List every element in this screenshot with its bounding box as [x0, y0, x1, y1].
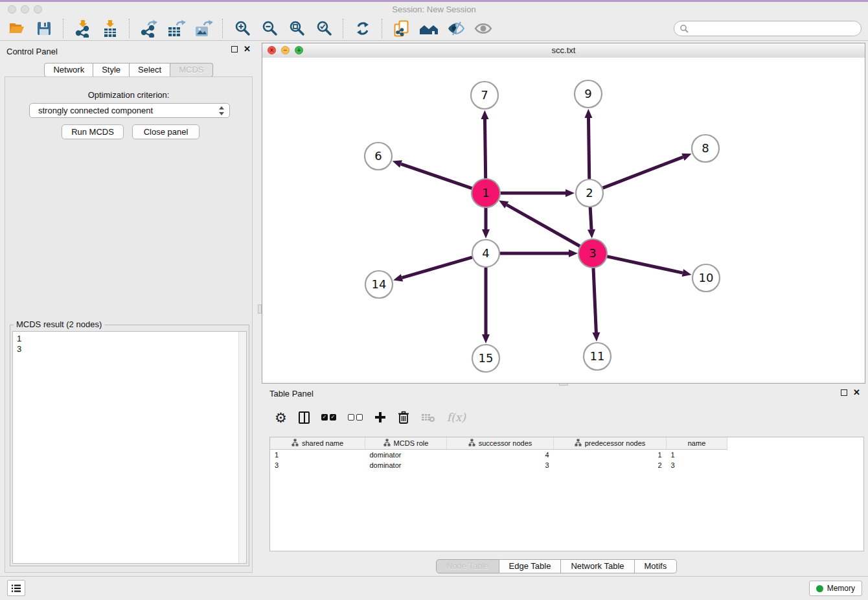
graph-edge[interactable] [507, 205, 580, 246]
tab-node-table[interactable]: Node Table [436, 559, 499, 573]
task-history-button[interactable] [7, 580, 25, 596]
table-panel-title: Table Panel [269, 389, 314, 398]
tab-select[interactable]: Select [130, 63, 170, 77]
network-canvas[interactable]: 1234678910111415 [262, 58, 865, 383]
node-label: 3 [589, 246, 596, 260]
tab-network[interactable]: Network [44, 63, 93, 77]
table-cell[interactable]: 3 [270, 460, 365, 470]
toolbar-separator [382, 19, 383, 38]
open-session-icon[interactable] [5, 19, 29, 38]
mcds-result-fieldset: MCDS result (2 nodes) 13 [10, 325, 249, 566]
float-table-panel-icon[interactable] [841, 389, 847, 396]
zoom-selected-icon[interactable] [312, 19, 336, 38]
optimization-label: Optimization criterion: [5, 90, 252, 100]
table-row[interactable]: 3dominator323 [270, 460, 727, 470]
mcds-result-area[interactable]: 13 [12, 331, 247, 564]
mcds-app-icon[interactable] [390, 19, 413, 38]
status-bar: Memory [0, 576, 868, 600]
graph-edge[interactable] [401, 164, 472, 189]
tree-icon [468, 439, 475, 448]
table-toolbar: ⚙ f(x) [275, 406, 466, 429]
zoom-in-icon[interactable] [231, 19, 254, 38]
search-box[interactable] [674, 21, 862, 36]
import-network-icon[interactable] [71, 19, 95, 38]
column-header-mcds-role[interactable]: MCDS role [365, 437, 447, 450]
table-cell[interactable]: 3 [447, 460, 554, 470]
control-panel-title: Control Panel [6, 47, 58, 56]
table-row[interactable]: 1dominator411 [270, 450, 727, 461]
graph-edge[interactable] [606, 257, 682, 273]
refresh-icon[interactable] [351, 19, 374, 38]
tree-icon [291, 439, 299, 448]
export-network-icon[interactable] [137, 19, 161, 38]
select-all-icon[interactable] [321, 414, 336, 421]
column-header-shared-name[interactable]: shared name [270, 437, 365, 450]
zoom-fit-icon[interactable] [285, 19, 308, 38]
tab-motifs[interactable]: Motifs [635, 559, 678, 573]
table-cell[interactable]: dominator [365, 460, 447, 470]
table-cell[interactable]: 1 [554, 450, 667, 461]
mcds-result-lines: 13 [13, 332, 246, 356]
network-window-titlebar[interactable]: scc.txt [262, 43, 865, 58]
trash-icon[interactable] [398, 411, 409, 424]
toolbar-separator [63, 19, 64, 38]
toolbar-separator [343, 19, 344, 38]
close-table-panel-icon[interactable] [853, 389, 860, 397]
hide-eye-icon[interactable] [444, 19, 468, 38]
table-cell[interactable]: 3 [667, 460, 727, 470]
search-input[interactable] [692, 23, 856, 34]
main-toolbar [0, 17, 868, 41]
edge-arrowhead [481, 110, 488, 119]
close-panel-icon[interactable] [244, 45, 251, 53]
optimization-dropdown[interactable]: strongly connected component [29, 103, 230, 118]
column-header-successor-nodes[interactable]: successor nodes [447, 437, 554, 450]
graph-edge[interactable] [485, 119, 485, 179]
table-cell[interactable]: 4 [447, 450, 554, 461]
edge-arrowhead [681, 154, 691, 161]
edge-arrowhead [482, 229, 490, 238]
toolbar-separator [129, 19, 130, 38]
table-tabs: Node TableEdge TableNetwork TableMotifs [436, 559, 677, 573]
graph-edge[interactable] [603, 157, 683, 188]
graph-edge[interactable] [588, 118, 589, 179]
table-cell[interactable]: dominator [365, 450, 447, 461]
graph-edge[interactable] [402, 257, 472, 278]
close-panel-button[interactable]: Close panel [132, 124, 200, 139]
import-table-icon[interactable] [98, 19, 122, 38]
dropdown-value: strongly connected component [38, 106, 153, 115]
float-panel-icon[interactable] [231, 46, 238, 52]
column-header-name[interactable]: name [667, 437, 727, 450]
graph-edge[interactable] [590, 207, 591, 229]
export-image-icon[interactable] [192, 19, 215, 38]
tab-style[interactable]: Style [93, 63, 130, 77]
tab-mcds[interactable]: MCDS [170, 63, 212, 77]
add-icon[interactable] [374, 411, 386, 423]
function-icon: f(x) [447, 411, 466, 424]
table-cell[interactable]: 1 [270, 450, 365, 461]
gear-icon[interactable]: ⚙ [275, 411, 287, 424]
save-session-icon[interactable] [32, 19, 56, 38]
control-panel: Control Panel NetworkStyleSelectMCDS Opt… [0, 41, 257, 577]
eye-icon[interactable] [472, 19, 495, 38]
result-scrollbar[interactable] [238, 332, 246, 563]
edge-arrowhead [592, 332, 600, 341]
tab-network-table[interactable]: Network Table [561, 559, 634, 573]
node-label: 9 [584, 87, 591, 100]
mcds-panel: Optimization criterion: strongly connect… [5, 76, 253, 573]
memory-button[interactable]: Memory [809, 581, 862, 596]
network-title: scc.txt [262, 45, 865, 55]
memory-label: Memory [827, 584, 855, 593]
home-icon[interactable] [417, 19, 440, 38]
table-cell[interactable]: 2 [554, 460, 667, 470]
columns-icon[interactable] [299, 411, 310, 424]
column-header-predecessor-nodes[interactable]: predecessor nodes [554, 437, 667, 450]
tab-edge-table[interactable]: Edge Table [499, 559, 562, 573]
control-panel-tabs: NetworkStyleSelectMCDS [0, 63, 257, 77]
run-mcds-button[interactable]: Run MCDS [62, 124, 124, 139]
zoom-out-icon[interactable] [258, 19, 281, 38]
graph-edge[interactable] [593, 268, 596, 332]
node-table[interactable]: shared nameMCDS rolesuccessor nodesprede… [269, 437, 864, 551]
deselect-all-icon[interactable] [348, 414, 363, 421]
table-cell[interactable]: 1 [667, 450, 727, 461]
export-table-icon[interactable] [165, 19, 188, 38]
